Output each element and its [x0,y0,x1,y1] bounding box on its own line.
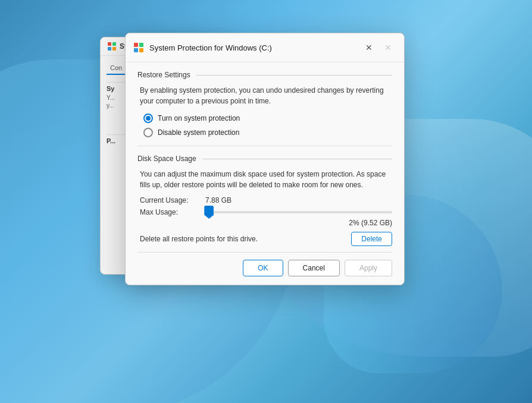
restore-description: By enabling system protection, you can u… [140,85,392,106]
radio-turn-on[interactable]: Turn on system protection [143,114,392,123]
bottom-buttons: OK Cancel Apply [126,253,404,285]
apply-button[interactable]: Apply [345,260,392,276]
section-divider [137,146,392,146]
restore-section-line [196,75,392,75]
delete-section: Delete all restore points for this drive… [140,232,392,246]
disk-section-label: Disk Space Usage [137,155,196,163]
restore-section-label: Restore Settings [137,71,190,79]
delete-button[interactable]: Delete [351,232,392,246]
current-usage-row: Current Usage: 7.88 GB [140,196,392,204]
delete-description: Delete all restore points for this drive… [140,235,258,243]
radio-on-indicator [143,114,153,123]
title-bar: System Protection for Windows (C:) ✕ ✕ [126,33,404,62]
cancel-button[interactable]: Cancel [288,260,340,276]
dialog-content: Restore Settings By enabling system prot… [126,71,404,253]
slider-thumb[interactable] [204,206,214,219]
max-usage-row: Max Usage: [140,208,392,216]
bg-dialog-tab: Con [107,62,126,75]
current-usage-label: Current Usage: [140,196,199,204]
radio-disable[interactable]: Disable system protection [143,128,392,137]
restore-section-header: Restore Settings [137,71,392,79]
disabled-close-button: ✕ [379,39,397,56]
windows-icon [133,42,145,53]
radio-off-label: Disable system protection [158,128,239,137]
radio-off-indicator [143,128,153,137]
title-buttons: ✕ ✕ [360,39,397,56]
radio-on-label: Turn on system protection [158,114,240,122]
disk-section-line [202,159,392,159]
system-protection-dialog: System Protection for Windows (C:) ✕ ✕ R… [125,33,405,285]
ok-button[interactable]: OK [243,260,283,276]
close-button[interactable]: ✕ [360,39,378,56]
disk-section-header: Disk Space Usage [137,155,392,163]
disk-description: You can adjust the maximum disk space us… [140,169,392,190]
slider-percent-label: 2% (9.52 GB) [137,219,392,227]
max-usage-label: Max Usage: [140,208,199,216]
protection-radio-group: Turn on system protection Disable system… [143,114,392,137]
current-usage-value: 7.88 GB [205,196,231,204]
dialog-title: System Protection for Windows (C:) [149,43,355,52]
radio-on-dot [146,116,151,121]
disk-slider-track [205,211,392,213]
